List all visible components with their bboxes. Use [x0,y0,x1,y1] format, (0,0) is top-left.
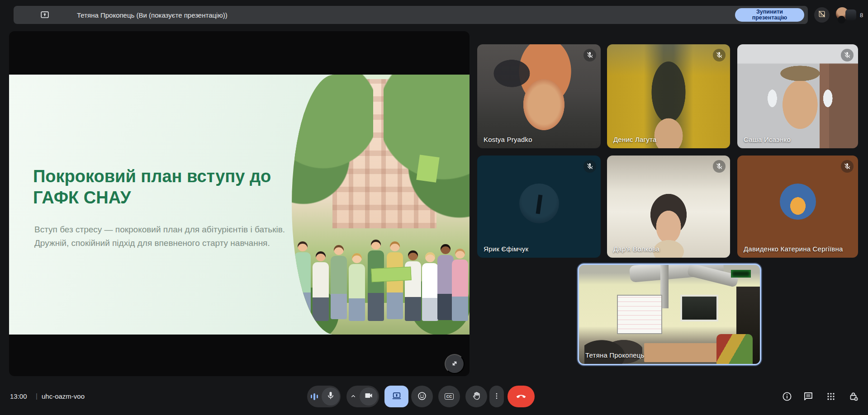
illustration-tree [384,75,470,228]
mic-off-icon [583,160,596,173]
participants-avatars[interactable] [836,6,858,24]
presentation-slide: Покроковий план вступу до ГАФК СНАУ Всту… [9,75,470,335]
mic-off-icon [841,160,854,173]
host-controls-button[interactable] [848,391,859,402]
apps-button[interactable] [825,391,836,402]
participant-name: Саша Исаэнко [744,136,791,143]
stop-presenting-label: Зупинити презентацію [743,9,797,21]
audio-level-icon[interactable] [307,393,322,400]
whiteboard-off-icon [817,9,826,20]
videocam-icon [364,391,373,402]
meeting-code: uhc-oazm-voo [42,392,85,400]
reactions-button[interactable] [411,386,433,407]
participant-count: 8 [860,12,863,19]
camera-button[interactable] [360,387,378,406]
present-button[interactable] [384,386,408,407]
illustration-sign [416,155,439,183]
camera-control[interactable] [346,386,379,407]
participant-tile[interactable]: Давиденко Катерина Сергіївна [737,156,858,258]
participant-tile[interactable]: Денис Лагута [607,44,730,148]
more-options-button[interactable] [489,386,504,407]
slide-subtitle-line1: Вступ без стресу — покроковий план для а… [34,223,285,236]
mic-off-icon [583,49,596,61]
mic-off-icon [841,49,854,61]
participant-name: Kostya Pryadko [484,136,532,143]
presenting-banner: Тетяна Прокопець (Ви (показуєте презента… [14,6,808,24]
participant-tile[interactable]: Kostya Pryadko [477,44,601,148]
info-button[interactable] [782,391,792,402]
chat-button[interactable] [803,391,814,402]
chat-icon [803,396,814,403]
end-call-button[interactable] [508,386,535,407]
chevron-up-icon[interactable] [346,393,360,400]
whiteboard-off-button[interactable] [814,7,830,23]
illustration-tree [292,75,373,210]
mic-button[interactable] [322,387,340,406]
participant-avatar [519,184,559,223]
reactions-icon [417,391,427,402]
participant-tile[interactable]: Ярик Єфімчук [477,156,601,258]
participant-tile[interactable]: Саша Исаэнко [737,44,858,148]
expand-presentation-button[interactable] [445,354,465,374]
google-meet-window: Тетяна Прокопець (Ви (показуєте презента… [0,0,868,415]
raise-hand-icon [471,391,481,402]
slide-illustration [292,75,470,335]
raise-hand-button[interactable] [465,386,487,407]
apps-icon [825,396,836,403]
participant-tile-active-speaker[interactable]: Тетяна Прокопець [578,264,761,365]
mic-off-icon [713,49,726,61]
end-call-icon [516,391,526,403]
present-screen-icon [392,391,402,402]
presenting-label: Тетяна Прокопець (Ви (показуєте презента… [77,11,228,19]
illustration-sign [371,267,411,283]
mic-off-icon [713,160,726,173]
clock-time: 13:00 [10,392,27,400]
stop-presenting-button[interactable]: Зупинити презентацію [735,8,804,22]
slide-title: Покроковий план вступу до ГАФК СНАУ [33,166,295,208]
captions-icon: CC [445,393,453,400]
participant-name: Дар'я Волкова [613,245,660,253]
more-options-icon [493,392,501,401]
mic-control[interactable] [307,386,341,407]
divider: | [36,392,38,400]
participant-name: Тетяна Прокопець [585,351,645,359]
mic-icon [326,391,335,402]
participant-avatar [845,9,856,20]
participant-avatar [780,184,816,220]
participant-name: Денис Лагута [613,136,656,143]
participant-name: Ярик Єфімчук [484,245,528,253]
presenting-icon [40,10,50,20]
captions-button[interactable]: CC [438,386,460,407]
expand-icon [450,358,460,370]
participant-name: Давиденко Катерина Сергіївна [744,245,843,253]
slide-subtitle: Вступ без стресу — покроковий план для а… [34,223,285,250]
participant-tile[interactable]: Дар'я Волкова [607,156,730,258]
participant-avatar [838,16,845,24]
slide-subtitle-line2: Дружній, спокійний підхід для впевненого… [34,236,285,250]
shared-screen-stage: Покроковий план вступу до ГАФК СНАУ Всту… [9,31,470,376]
info-icon [782,396,792,403]
host-controls-icon [848,396,859,403]
